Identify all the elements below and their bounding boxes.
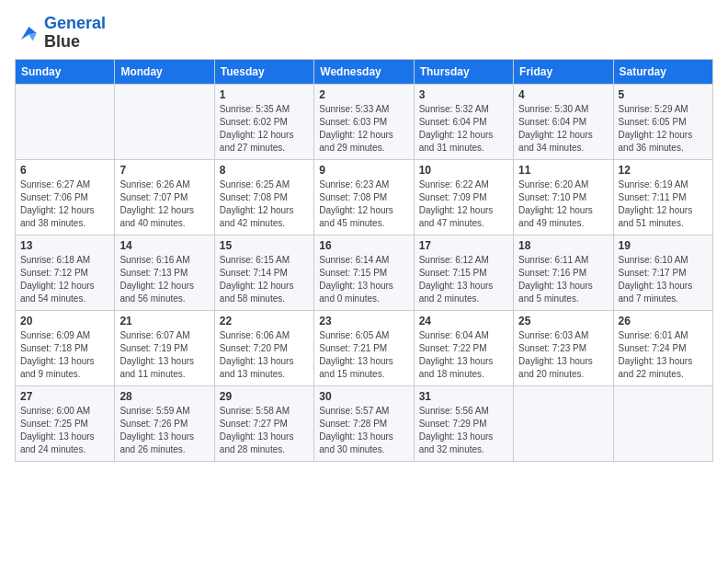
day-detail: Sunrise: 6:07 AM Sunset: 7:19 PM Dayligh… (119, 329, 209, 381)
day-detail: Sunrise: 6:26 AM Sunset: 7:07 PM Dayligh… (119, 178, 209, 230)
day-detail: Sunrise: 6:06 AM Sunset: 7:20 PM Dayligh… (220, 329, 309, 381)
day-number: 5 (619, 88, 708, 101)
calendar-cell: 26Sunrise: 6:01 AM Sunset: 7:24 PM Dayli… (613, 310, 712, 385)
column-header-friday: Friday (514, 59, 613, 84)
calendar-cell: 19Sunrise: 6:10 AM Sunset: 7:17 PM Dayli… (613, 235, 712, 310)
day-number: 1 (220, 88, 309, 101)
day-number: 24 (419, 315, 508, 327)
day-detail: Sunrise: 6:10 AM Sunset: 7:17 PM Dayligh… (619, 254, 708, 305)
day-number: 17 (419, 239, 508, 252)
calendar-cell (613, 385, 712, 461)
calendar-cell: 3Sunrise: 5:32 AM Sunset: 6:04 PM Daylig… (414, 84, 513, 159)
calendar-cell: 30Sunrise: 5:57 AM Sunset: 7:28 PM Dayli… (314, 385, 414, 461)
calendar-cell: 11Sunrise: 6:20 AM Sunset: 7:10 PM Dayli… (514, 159, 613, 235)
logo-text: GeneralBlue (44, 15, 106, 52)
calendar-cell: 4Sunrise: 5:30 AM Sunset: 6:04 PM Daylig… (514, 84, 613, 159)
day-detail: Sunrise: 6:04 AM Sunset: 7:22 PM Dayligh… (419, 329, 508, 381)
day-number: 9 (319, 164, 408, 177)
calendar-cell: 20Sunrise: 6:09 AM Sunset: 7:18 PM Dayli… (16, 310, 115, 385)
day-detail: Sunrise: 6:03 AM Sunset: 7:23 PM Dayligh… (518, 329, 608, 381)
day-number: 14 (119, 239, 209, 252)
day-number: 2 (319, 88, 408, 101)
day-detail: Sunrise: 6:09 AM Sunset: 7:18 PM Dayligh… (20, 329, 109, 381)
day-detail: Sunrise: 6:16 AM Sunset: 7:13 PM Dayligh… (119, 254, 209, 305)
day-number: 26 (619, 315, 708, 327)
calendar-week-2: 6Sunrise: 6:27 AM Sunset: 7:06 PM Daylig… (16, 159, 713, 235)
calendar-cell: 14Sunrise: 6:16 AM Sunset: 7:13 PM Dayli… (115, 235, 214, 310)
day-number: 22 (220, 315, 309, 327)
day-number: 8 (220, 164, 309, 177)
day-detail: Sunrise: 6:11 AM Sunset: 7:16 PM Dayligh… (518, 254, 608, 305)
calendar-week-5: 27Sunrise: 6:00 AM Sunset: 7:25 PM Dayli… (16, 385, 713, 461)
day-number: 25 (518, 315, 608, 327)
day-detail: Sunrise: 6:22 AM Sunset: 7:09 PM Dayligh… (419, 178, 508, 230)
calendar-cell: 15Sunrise: 6:15 AM Sunset: 7:14 PM Dayli… (214, 235, 313, 310)
day-number: 23 (319, 315, 408, 327)
day-number: 12 (619, 164, 708, 177)
day-number: 3 (419, 88, 508, 101)
day-number: 27 (20, 390, 109, 403)
calendar-table: SundayMondayTuesdayWednesdayThursdayFrid… (15, 59, 713, 462)
day-number: 29 (220, 390, 309, 403)
day-number: 30 (319, 390, 408, 403)
day-number: 13 (20, 239, 109, 252)
column-header-saturday: Saturday (613, 59, 712, 84)
column-header-wednesday: Wednesday (314, 59, 414, 84)
calendar-cell: 2Sunrise: 5:33 AM Sunset: 6:03 PM Daylig… (314, 84, 414, 159)
day-number: 31 (419, 390, 508, 403)
day-number: 18 (518, 239, 608, 252)
column-header-monday: Monday (115, 59, 214, 84)
logo: GeneralBlue (15, 15, 106, 52)
day-detail: Sunrise: 6:19 AM Sunset: 7:11 PM Dayligh… (619, 178, 708, 230)
calendar-cell: 12Sunrise: 6:19 AM Sunset: 7:11 PM Dayli… (613, 159, 712, 235)
column-header-sunday: Sunday (16, 59, 115, 84)
day-number: 6 (20, 164, 109, 177)
day-number: 20 (20, 315, 109, 327)
calendar-cell: 9Sunrise: 6:23 AM Sunset: 7:08 PM Daylig… (314, 159, 414, 235)
day-detail: Sunrise: 6:05 AM Sunset: 7:21 PM Dayligh… (319, 329, 408, 381)
day-number: 4 (518, 88, 608, 101)
calendar-cell: 25Sunrise: 6:03 AM Sunset: 7:23 PM Dayli… (514, 310, 613, 385)
calendar-cell (16, 84, 115, 159)
column-header-thursday: Thursday (414, 59, 513, 84)
calendar-cell (115, 84, 214, 159)
day-number: 19 (619, 239, 708, 252)
day-number: 11 (518, 164, 608, 177)
logo-icon (15, 20, 40, 46)
header-row: SundayMondayTuesdayWednesdayThursdayFrid… (16, 59, 713, 84)
calendar-cell: 23Sunrise: 6:05 AM Sunset: 7:21 PM Dayli… (314, 310, 414, 385)
calendar-cell: 10Sunrise: 6:22 AM Sunset: 7:09 PM Dayli… (414, 159, 513, 235)
day-detail: Sunrise: 5:29 AM Sunset: 6:05 PM Dayligh… (619, 103, 708, 155)
svg-marker-1 (28, 33, 36, 40)
day-number: 10 (419, 164, 508, 177)
day-detail: Sunrise: 6:18 AM Sunset: 7:12 PM Dayligh… (20, 254, 109, 305)
day-detail: Sunrise: 6:14 AM Sunset: 7:15 PM Dayligh… (319, 254, 408, 305)
day-detail: Sunrise: 5:58 AM Sunset: 7:27 PM Dayligh… (220, 405, 309, 456)
day-detail: Sunrise: 6:15 AM Sunset: 7:14 PM Dayligh… (220, 254, 309, 305)
day-detail: Sunrise: 6:20 AM Sunset: 7:10 PM Dayligh… (518, 178, 608, 230)
calendar-week-1: 1Sunrise: 5:35 AM Sunset: 6:02 PM Daylig… (16, 84, 713, 159)
calendar-cell: 29Sunrise: 5:58 AM Sunset: 7:27 PM Dayli… (214, 385, 313, 461)
calendar-cell: 16Sunrise: 6:14 AM Sunset: 7:15 PM Dayli… (314, 235, 414, 310)
day-detail: Sunrise: 5:59 AM Sunset: 7:26 PM Dayligh… (119, 405, 209, 456)
calendar-cell: 6Sunrise: 6:27 AM Sunset: 7:06 PM Daylig… (16, 159, 115, 235)
calendar-cell: 7Sunrise: 6:26 AM Sunset: 7:07 PM Daylig… (115, 159, 214, 235)
calendar-cell: 31Sunrise: 5:56 AM Sunset: 7:29 PM Dayli… (414, 385, 513, 461)
day-detail: Sunrise: 5:32 AM Sunset: 6:04 PM Dayligh… (419, 103, 508, 155)
day-detail: Sunrise: 5:35 AM Sunset: 6:02 PM Dayligh… (220, 103, 309, 155)
day-detail: Sunrise: 6:00 AM Sunset: 7:25 PM Dayligh… (20, 405, 109, 456)
calendar-cell: 27Sunrise: 6:00 AM Sunset: 7:25 PM Dayli… (16, 385, 115, 461)
calendar-cell: 24Sunrise: 6:04 AM Sunset: 7:22 PM Dayli… (414, 310, 513, 385)
day-detail: Sunrise: 5:56 AM Sunset: 7:29 PM Dayligh… (419, 405, 508, 456)
day-detail: Sunrise: 6:12 AM Sunset: 7:15 PM Dayligh… (419, 254, 508, 305)
column-header-tuesday: Tuesday (214, 59, 313, 84)
day-number: 7 (119, 164, 209, 177)
day-detail: Sunrise: 5:30 AM Sunset: 6:04 PM Dayligh… (518, 103, 608, 155)
calendar-cell: 8Sunrise: 6:25 AM Sunset: 7:08 PM Daylig… (214, 159, 313, 235)
day-detail: Sunrise: 6:23 AM Sunset: 7:08 PM Dayligh… (319, 178, 408, 230)
day-detail: Sunrise: 5:57 AM Sunset: 7:28 PM Dayligh… (319, 405, 408, 456)
calendar-cell (514, 385, 613, 461)
calendar-cell: 5Sunrise: 5:29 AM Sunset: 6:05 PM Daylig… (613, 84, 712, 159)
calendar-week-3: 13Sunrise: 6:18 AM Sunset: 7:12 PM Dayli… (16, 235, 713, 310)
calendar-cell: 18Sunrise: 6:11 AM Sunset: 7:16 PM Dayli… (514, 235, 613, 310)
